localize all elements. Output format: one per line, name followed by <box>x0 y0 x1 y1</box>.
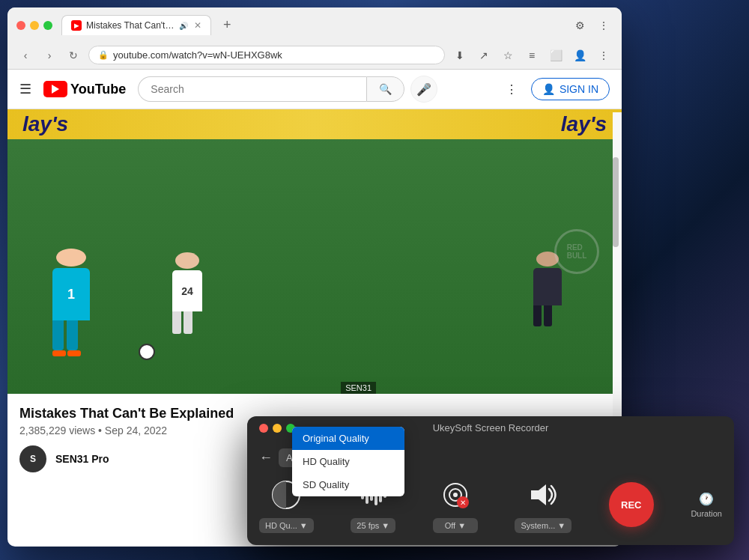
forward-button[interactable]: › <box>40 46 58 64</box>
recorder-title: UkeySoft Screen Recorder <box>433 422 549 433</box>
youtube-header: ☰ YouTube 🔍 🎤 ⋮ 👤 SIGN IN <box>7 70 622 109</box>
browser-chrome: ▶ Mistakes That Can't Be Ex... 🔊 ✕ + ⚙ ⋮… <box>7 7 622 70</box>
tab-favicon: ▶ <box>71 20 82 31</box>
quality-option-original[interactable]: Original Quality <box>292 427 404 450</box>
webcam-chevron-icon: ▼ <box>458 521 466 530</box>
share-icon[interactable]: ↗ <box>475 46 493 64</box>
rec-label: REC <box>621 499 641 511</box>
recorder-close-button[interactable] <box>259 424 268 433</box>
rec-button[interactable]: REC <box>609 482 654 527</box>
video-container: lay's lay's 1 <box>7 109 622 394</box>
scrollbar-thumb[interactable] <box>613 157 619 247</box>
recorder-back-button[interactable]: ← <box>259 450 273 466</box>
youtube-logo-text: YouTube <box>70 82 126 97</box>
sign-in-label: SIGN IN <box>560 83 598 95</box>
browser-menu-button[interactable]: ⋮ <box>595 16 613 34</box>
youtube-logo-icon <box>43 81 67 97</box>
fps-label: 25 fps <box>357 521 379 530</box>
svg-point-9 <box>453 493 458 497</box>
search-button[interactable]: 🔍 <box>366 76 404 102</box>
field-background <box>7 109 622 394</box>
profile-icon[interactable]: 👤 <box>571 46 589 64</box>
youtube-logo[interactable]: YouTube <box>43 81 126 97</box>
webcam-control: ✕ Off ▼ <box>433 476 478 533</box>
desktop-background: ▶ Mistakes That Can't Be Ex... 🔊 ✕ + ⚙ ⋮… <box>0 0 749 560</box>
clock-icon: 🕐 <box>699 492 714 506</box>
webcam-icon: ✕ <box>437 476 474 514</box>
system-audio-dropdown-button[interactable]: System... ▼ <box>515 518 571 533</box>
quality-option-hd[interactable]: HD Quality <box>292 450 404 473</box>
goalkeeper-player: 1 <box>52 249 90 356</box>
split-view-icon[interactable]: ⬜ <box>547 46 565 64</box>
download-icon[interactable]: ⬇ <box>451 46 469 64</box>
fps-dropdown-button[interactable]: 25 fps ▼ <box>351 518 395 533</box>
search-input[interactable] <box>138 76 366 102</box>
refresh-button[interactable]: ↻ <box>64 46 82 64</box>
sign-in-button[interactable]: 👤 SIGN IN <box>531 78 610 100</box>
recorder-minimize-button[interactable] <box>273 424 282 433</box>
tab-title: Mistakes That Can't Be Ex... <box>86 20 175 31</box>
webcam-off-indicator: ✕ <box>457 496 469 508</box>
close-button[interactable] <box>16 21 25 30</box>
tab-audio-icon: 🔊 <box>179 22 188 30</box>
quality-chevron-icon: ▼ <box>300 521 308 530</box>
traffic-lights <box>16 21 52 30</box>
video-thumbnail: lay's lay's 1 <box>7 109 622 394</box>
extensions-icon[interactable]: ⚙ <box>571 16 589 34</box>
play-triangle <box>52 85 59 94</box>
duration-label: Duration <box>691 509 722 518</box>
logo-watermark: REDBULL <box>554 229 599 274</box>
maximize-button[interactable] <box>43 21 52 30</box>
more-options-icon[interactable]: ⋮ <box>498 76 525 103</box>
channel-initial: S <box>30 454 36 464</box>
lays-banner: lay's lay's <box>7 109 622 139</box>
browser-navigation: ‹ › ↻ 🔒 youtube.com/watch?v=wN-UEHXG8wk … <box>7 41 622 69</box>
security-icon: 🔒 <box>98 50 109 60</box>
recorder-traffic-lights <box>259 424 295 433</box>
search-bar: 🔍 🎤 <box>138 76 437 103</box>
webcam-label: Off <box>445 521 455 530</box>
reading-list-icon[interactable]: ≡ <box>523 46 541 64</box>
duration-display: 🕐 Duration <box>691 492 722 518</box>
system-audio-label: System... <box>521 521 555 530</box>
minimize-button[interactable] <box>30 21 39 30</box>
system-audio-chevron-icon: ▼ <box>557 521 565 530</box>
quality-dropdown-button[interactable]: HD Qu... ▼ <box>259 518 314 533</box>
webcam-dropdown-button[interactable]: Off ▼ <box>433 518 478 533</box>
active-tab[interactable]: ▶ Mistakes That Can't Be Ex... 🔊 ✕ <box>61 15 211 35</box>
bookmark-icon[interactable]: ☆ <box>499 46 517 64</box>
channel-name: SEN31 Pro <box>55 453 109 465</box>
hamburger-menu-button[interactable]: ☰ <box>19 81 31 97</box>
soccer-ball <box>139 344 155 360</box>
address-bar[interactable]: 🔒 youtube.com/watch?v=wN-UEHXG8wk <box>88 46 445 64</box>
back-button[interactable]: ‹ <box>16 46 34 64</box>
sign-in-icon: 👤 <box>542 83 555 95</box>
sen31-watermark: SEN31 <box>341 382 376 394</box>
new-tab-button[interactable]: + <box>217 17 237 33</box>
system-audio-control: System... ▼ <box>515 476 571 533</box>
quality-label: HD Qu... <box>265 521 297 530</box>
voice-search-button[interactable]: 🎤 <box>410 76 437 103</box>
channel-avatar[interactable]: S <box>19 445 46 472</box>
speaker-icon <box>524 476 562 514</box>
fps-chevron-icon: ▼ <box>381 521 389 530</box>
player-white: 24 <box>172 252 202 334</box>
quality-option-sd[interactable]: SD Quality <box>292 473 404 496</box>
url-text: youtube.com/watch?v=wN-UEHXG8wk <box>113 49 435 61</box>
quality-dropdown-menu: Original Quality HD Quality SD Quality <box>292 427 404 496</box>
browser-titlebar: ▶ Mistakes That Can't Be Ex... 🔊 ✕ + ⚙ ⋮ <box>7 7 622 41</box>
more-options-button[interactable]: ⋮ <box>595 46 613 64</box>
header-actions: ⋮ 👤 SIGN IN <box>498 76 610 103</box>
svg-marker-10 <box>531 484 546 505</box>
tab-close-button[interactable]: ✕ <box>194 20 201 31</box>
